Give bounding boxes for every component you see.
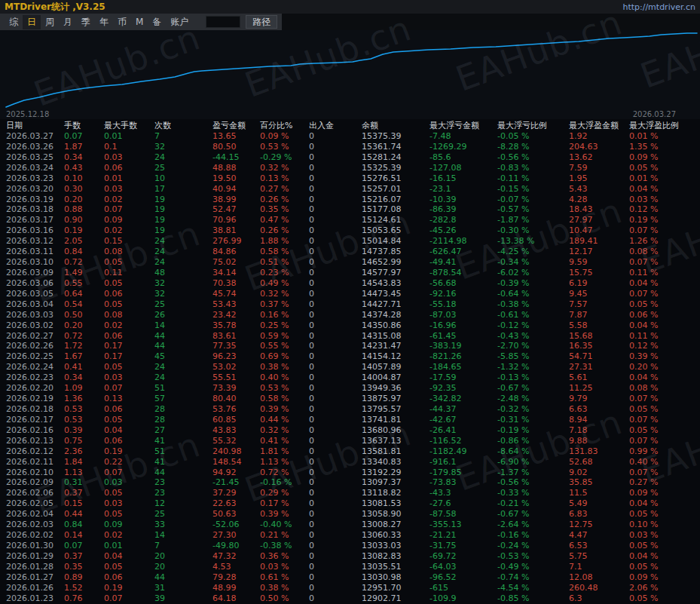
table-row[interactable]: 2026.03.190.200.021938.990.26 %015216.07…: [0, 195, 700, 205]
cell-11: 15.75: [569, 268, 629, 278]
menu-item-3[interactable]: 周: [41, 15, 59, 29]
cell-4: 19: [154, 195, 212, 205]
cell-1: 2026.03.25: [6, 152, 64, 163]
table-row[interactable]: 2026.03.110.840.082484.860.58 %014737.85…: [0, 247, 700, 257]
cell-6: 0.38 %: [260, 362, 309, 373]
table-row[interactable]: 2026.02.050.150.031222.630.17 %013081.53…: [0, 498, 700, 509]
table-row[interactable]: 2026.01.270.890.064479.280.61 %013030.98…: [0, 572, 700, 583]
menu-item-4[interactable]: 月: [59, 15, 77, 29]
table-row[interactable]: 2026.03.020.200.021435.780.25 %014350.86…: [0, 320, 700, 331]
table-row[interactable]: 2026.02.230.340.032455.510.40 %014004.87…: [0, 373, 700, 383]
cell-2: 2.36: [64, 446, 104, 457]
table-row[interactable]: 2026.02.060.370.052337.290.29 %013118.82…: [0, 488, 700, 498]
cell-12: 0.05 %: [629, 425, 700, 436]
table-row[interactable]: 2026.03.050.640.063245.740.32 %014473.45…: [0, 289, 700, 299]
table-row[interactable]: 2026.02.090.310.0323-21.45-0.16 %013097.…: [0, 477, 700, 488]
cell-9: -64.03: [429, 562, 497, 572]
table-row[interactable]: 2026.03.230.100.011019.500.13 %015276.51…: [0, 173, 700, 184]
cell-8: 13118.82: [362, 488, 429, 498]
cell-3: 0.01: [104, 173, 154, 184]
cell-8: 14231.47: [362, 341, 429, 351]
table-row[interactable]: 2026.03.030.500.082623.420.16 %014374.28…: [0, 310, 700, 320]
table-row[interactable]: 2026.03.040.540.052553.430.37 %014427.71…: [0, 299, 700, 310]
cell-3: 0.05: [104, 362, 154, 373]
cell-11: 11.25: [569, 383, 629, 394]
table-row[interactable]: 2026.03.122.050.1524276.991.88 %015014.8…: [0, 236, 700, 247]
menu-item-2[interactable]: 日: [23, 15, 41, 29]
cell-3: 0.13: [104, 394, 154, 404]
cell-9: -85.6: [429, 152, 497, 163]
table-row[interactable]: 2026.03.100.720.052475.020.51 %014652.99…: [0, 257, 700, 268]
menu-item-8[interactable]: M: [131, 16, 148, 28]
cell-10: -6.90 %: [497, 457, 569, 468]
table-row[interactable]: 2026.01.290.370.042047.320.36 %013082.83…: [0, 551, 700, 562]
table-row[interactable]: 2026.01.280.350.05204.530.03 %013035.51-…: [0, 562, 700, 572]
table-row[interactable]: 2026.02.180.530.062853.760.39 %013795.57…: [0, 404, 700, 415]
menu-item-7[interactable]: 币: [113, 15, 131, 29]
table-row[interactable]: 2026.02.030.840.0933-52.06-0.40 %013008.…: [0, 520, 700, 530]
menu-item-10[interactable]: 账户: [166, 15, 193, 29]
table-row[interactable]: 2026.02.130.750.064155.320.41 %013637.13…: [0, 436, 700, 446]
menu-item-1[interactable]: 综: [5, 15, 23, 29]
cell-2: 1.72: [64, 341, 104, 351]
table-row[interactable]: 2026.02.191.360.135780.400.58 %013875.97…: [0, 394, 700, 404]
table-row[interactable]: 2026.03.250.340.0324-44.15-0.29 %015281.…: [0, 152, 700, 163]
table-row[interactable]: 2026.03.170.900.091970.960.47 %015124.61…: [0, 215, 700, 225]
cell-5: 47.32: [212, 551, 260, 562]
table-header: 日期手数最大手数次数盈亏金额百分比%出入金余额最大浮亏金额最大浮亏比例最大浮盈金…: [0, 119, 700, 131]
table-row[interactable]: 2026.03.270.070.01713.650.09 %015375.39-…: [0, 131, 700, 142]
chart-start-date: 2025.12.18: [6, 110, 49, 119]
cell-2: 0.90: [64, 215, 104, 225]
cell-5: 38.99: [212, 195, 260, 205]
cell-6: 0.25 %: [260, 320, 309, 331]
cell-12: 1.26 %: [629, 236, 700, 247]
table-row[interactable]: 2026.01.300.070.017-49.80-0.38 %013033.0…: [0, 541, 700, 551]
account-selector-box[interactable]: [206, 16, 240, 28]
menu-item-9[interactable]: 备: [148, 15, 166, 29]
menu-item-5[interactable]: 季: [77, 15, 95, 29]
table-row[interactable]: 2026.03.091.490.114834.140.23 %014577.97…: [0, 268, 700, 278]
cell-8: 15014.84: [362, 236, 429, 247]
table-row[interactable]: 2026.01.230.760.073964.180.50 %012902.71…: [0, 593, 700, 604]
cell-10: -0.64 %: [497, 289, 569, 299]
cell-1: 2026.02.13: [6, 436, 64, 446]
table-row[interactable]: 2026.02.270.720.064483.610.59 %014315.08…: [0, 331, 700, 342]
path-button[interactable]: 路径: [246, 15, 277, 29]
cell-4: 44: [154, 572, 212, 583]
table-row[interactable]: 2026.03.060.550.053270.380.49 %014543.83…: [0, 278, 700, 289]
cell-12: 0.19 %: [629, 215, 700, 225]
cell-8: 14652.99: [362, 257, 429, 268]
website-link[interactable]: http://mtdriver.cn: [622, 2, 695, 12]
table-row[interactable]: 2026.01.261.520.193148.990.38 %012951.70…: [0, 583, 700, 593]
cell-3: 0.01: [104, 541, 154, 551]
table-row[interactable]: 2026.02.160.390.042743.830.32 %013680.96…: [0, 425, 700, 436]
cell-6: 0.41 %: [260, 436, 309, 446]
cell-6: 0.23 %: [260, 268, 309, 278]
table-row[interactable]: 2026.03.160.190.021938.810.26 %015053.65…: [0, 225, 700, 236]
table-row[interactable]: 2026.02.111.840.2241148.541.13 %013340.8…: [0, 457, 700, 468]
table-row[interactable]: 2026.02.040.440.052550.630.39 %013058.90…: [0, 509, 700, 520]
table-row[interactable]: 2026.02.020.140.021427.300.21 %013060.33…: [0, 530, 700, 541]
table-row[interactable]: 2026.02.101.130.074494.920.72 %013192.29…: [0, 468, 700, 478]
table-row[interactable]: 2026.03.180.880.071952.470.35 %015177.08…: [0, 204, 700, 215]
cell-12: 0.40 %: [629, 457, 700, 468]
cell-7: 0: [309, 341, 362, 351]
cell-3: 0.03: [104, 373, 154, 383]
table-row[interactable]: 2026.02.251.670.174596.230.69 %014154.12…: [0, 351, 700, 362]
cell-4: 24: [154, 257, 212, 268]
table-row[interactable]: 2026.02.201.090.075173.390.53 %013949.36…: [0, 383, 700, 394]
cell-8: 13033.03: [362, 541, 429, 551]
menu-item-6[interactable]: 年: [95, 15, 113, 29]
cell-3: 0.03: [104, 477, 154, 488]
table-row[interactable]: 2026.03.240.430.062548.880.32 %015325.39…: [0, 163, 700, 173]
table-row[interactable]: 2026.02.240.410.052453.020.38 %014057.89…: [0, 362, 700, 373]
cell-3: 0.07: [104, 204, 154, 215]
table-row[interactable]: 2026.02.170.530.052860.850.44 %013741.81…: [0, 415, 700, 425]
cell-4: 44: [154, 341, 212, 351]
cell-2: 0.07: [64, 131, 104, 142]
table-row[interactable]: 2026.03.200.300.031740.940.27 %015257.01…: [0, 184, 700, 195]
table-row[interactable]: 2026.02.261.720.174477.350.55 %014231.47…: [0, 341, 700, 351]
table-row[interactable]: 2026.03.261.870.13280.500.53 %015361.74-…: [0, 142, 700, 152]
cell-5: 34.14: [212, 268, 260, 278]
table-row[interactable]: 2026.02.122.360.1951240.981.81 %013581.8…: [0, 446, 700, 457]
